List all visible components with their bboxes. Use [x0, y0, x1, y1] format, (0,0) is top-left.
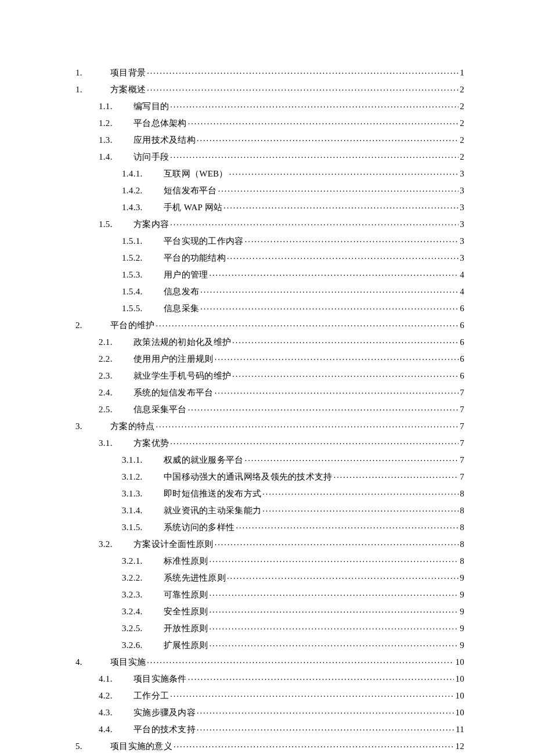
toc-entry-number: 1.3. — [99, 136, 123, 145]
toc-entry[interactable]: 1.4.访问手段2 — [75, 151, 464, 161]
toc-entry[interactable]: 3.1.3.即时短信推送的发布方式8 — [75, 488, 464, 498]
toc-entry-page: 9 — [460, 641, 464, 650]
toc-entry-title: 互联网（WEB） — [164, 170, 228, 178]
toc-entry-page: 8 — [460, 523, 464, 532]
toc-entry-page: 3 — [460, 237, 464, 246]
toc-entry[interactable]: 3.1.1.权威的就业服务平台7 — [75, 454, 464, 465]
toc-entry-title: 用户的管理 — [164, 271, 208, 279]
toc-entry-title: 可靠性原则 — [164, 591, 208, 599]
toc-entry-title: 编写目的 — [134, 102, 169, 111]
toc-entry-title: 访问手段 — [134, 153, 169, 161]
toc-entry[interactable]: 3.2.1.标准性原则8 — [75, 555, 464, 566]
toc-entry-title: 平台的维护 — [110, 321, 155, 330]
toc-entry-number: 5. — [75, 742, 100, 751]
toc-entry-number: 2.3. — [99, 372, 123, 380]
toc-entry-title: 安全性原则 — [164, 607, 208, 616]
toc-entry[interactable]: 3.2.4.安全性原则9 — [75, 606, 464, 616]
toc-entry-title: 平台实现的工作内容 — [164, 237, 244, 246]
toc-entry-title: 手机 WAP 网站 — [164, 203, 222, 212]
toc-entry[interactable]: 2.5.信息采集平台7 — [75, 404, 464, 414]
toc-entry[interactable]: 1.4.2.短信发布平台3 — [75, 185, 464, 195]
toc-entry[interactable]: 1.4.1.互联网（WEB）3 — [75, 168, 464, 178]
toc-entry[interactable]: 3.2.2.系统先进性原则9 — [75, 572, 464, 582]
toc-entry-title: 方案优势 — [134, 439, 169, 448]
toc-entry-number: 1.5.2. — [122, 254, 153, 262]
toc-leader-dots — [156, 319, 459, 328]
toc-entry-title: 方案内容 — [134, 220, 169, 229]
toc-entry-page: 2 — [460, 119, 464, 128]
toc-entry-number: 1.5.5. — [122, 304, 153, 313]
toc-entry[interactable]: 5.项目实施的意义12 — [75, 740, 464, 751]
toc-entry[interactable]: 1.2.平台总体架构2 — [75, 117, 464, 128]
toc-entry[interactable]: 1.1.编写目的2 — [75, 100, 464, 111]
toc-entry-number: 3.1.4. — [122, 506, 153, 515]
toc-entry-number: 3.1.3. — [122, 489, 153, 498]
toc-entry[interactable]: 1.方案概述2 — [75, 84, 464, 94]
toc-entry-title: 权威的就业服务平台 — [164, 456, 244, 465]
toc-entry-number: 3.1.2. — [122, 473, 153, 481]
toc-entry-number: 3.2.3. — [122, 591, 153, 599]
toc-entry-number: 2.2. — [99, 355, 123, 363]
toc-entry[interactable]: 2.4.系统的短信发布平台7 — [75, 387, 464, 397]
toc-entry-number: 3.2.4. — [122, 607, 153, 616]
toc-entry[interactable]: 4.项目实施10 — [75, 656, 464, 667]
toc-leader-dots — [210, 555, 459, 564]
toc-entry-page: 2 — [460, 85, 464, 94]
toc-leader-dots — [232, 336, 459, 345]
toc-entry-page: 3 — [460, 220, 464, 229]
toc-entry[interactable]: 2.平台的维护6 — [75, 319, 464, 330]
toc-entry[interactable]: 1.5.3.用户的管理4 — [75, 269, 464, 279]
toc-entry-title: 平台的功能结构 — [164, 254, 226, 262]
toc-leader-dots — [170, 151, 459, 160]
toc-entry-title: 信息采集 — [164, 304, 199, 313]
toc-entry[interactable]: 4.2.工作分工10 — [75, 690, 464, 700]
toc-entry-title: 平台总体架构 — [134, 119, 187, 128]
toc-entry[interactable]: 1.5.5.信息采集6 — [75, 303, 464, 313]
toc-entry[interactable]: 2.2.使用用户的注册规则6 — [75, 353, 464, 363]
toc-entry[interactable]: 3.1.5.系统访问的多样性8 — [75, 521, 464, 532]
toc-entry-page: 7 — [460, 405, 464, 414]
toc-leader-dots — [210, 622, 459, 631]
toc-entry[interactable]: 1.5.2.平台的功能结构3 — [75, 252, 464, 262]
toc-entry-page: 7 — [460, 439, 464, 448]
toc-entry[interactable]: 3.1.4.就业资讯的主动采集能力8 — [75, 505, 464, 515]
toc-entry[interactable]: 3.2.3.可靠性原则9 — [75, 589, 464, 599]
toc-entry[interactable]: 2.3.就业学生手机号码的维护6 — [75, 370, 464, 380]
toc-leader-dots — [245, 454, 459, 463]
toc-entry-page: 6 — [460, 355, 464, 363]
toc-entry-title: 应用技术及结构 — [134, 136, 196, 145]
toc-entry[interactable]: 1.3.应用技术及结构2 — [75, 134, 464, 145]
toc-leader-dots — [188, 117, 459, 126]
toc-entry[interactable]: 3.2.6.扩展性原则9 — [75, 639, 464, 650]
toc-entry-title: 项目实施 — [110, 658, 146, 667]
toc-entry[interactable]: 3.方案的特点7 — [75, 420, 464, 431]
toc-entry[interactable]: 2.1.政策法规的初始化及维护6 — [75, 336, 464, 347]
toc-entry-number: 1.5.1. — [122, 237, 153, 246]
toc-entry[interactable]: 1.5.方案内容3 — [75, 218, 464, 229]
toc-entry-page: 6 — [460, 372, 464, 380]
toc-entry-number: 2.5. — [99, 405, 123, 414]
toc-leader-dots — [156, 420, 459, 429]
toc-entry[interactable]: 4.1.项目实施条件10 — [75, 673, 464, 683]
toc-entry[interactable]: 4.3.实施步骤及内容10 — [75, 707, 464, 717]
toc-entry[interactable]: 1.项目背景1 — [75, 67, 464, 77]
toc-entry[interactable]: 3.2.方案设计全面性原则8 — [75, 538, 464, 549]
toc-entry[interactable]: 3.2.5.开放性原则9 — [75, 622, 464, 633]
toc-entry-title: 工作分工 — [134, 692, 169, 700]
toc-entry[interactable]: 4.4.平台的技术支持11 — [75, 723, 464, 734]
toc-entry-number: 1.4.3. — [122, 203, 153, 212]
toc-entry-page: 6 — [460, 304, 464, 313]
toc-entry[interactable]: 1.5.1.平台实现的工作内容3 — [75, 235, 464, 246]
toc-entry[interactable]: 1.5.4.信息发布4 — [75, 286, 464, 296]
toc-entry[interactable]: 3.1.方案优势7 — [75, 437, 464, 448]
toc-entry-title: 就业学生手机号码的维护 — [134, 372, 231, 380]
toc-leader-dots — [147, 67, 459, 75]
toc-leader-dots — [223, 201, 459, 210]
toc-entry[interactable]: 3.1.2.中国移动强大的通讯网络及领先的技术支持7 — [75, 471, 464, 481]
toc-leader-dots — [210, 639, 459, 648]
toc-leader-dots — [210, 606, 459, 614]
toc-entry-number: 1.5. — [99, 220, 123, 229]
toc-entry[interactable]: 1.4.3.手机 WAP 网站3 — [75, 201, 464, 212]
toc-leader-dots — [147, 84, 459, 92]
toc-leader-dots — [232, 370, 459, 379]
